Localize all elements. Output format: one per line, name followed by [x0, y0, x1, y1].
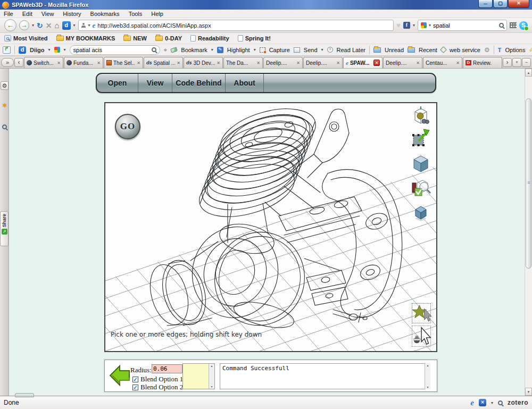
minimize-button[interactable] [478, 0, 493, 8]
new-tab-button[interactable] [512, 58, 521, 67]
scale-handle-icon[interactable] [412, 129, 431, 150]
highlight-icon[interactable] [217, 47, 223, 53]
note-scrollbar[interactable] [209, 364, 214, 389]
refresh-icon[interactable] [37, 21, 43, 30]
favorites-star-icon[interactable]: ✱ [1, 102, 9, 110]
tab-close-icon[interactable] [416, 61, 420, 65]
diigo-bookmark-button[interactable]: Bookmark [181, 47, 207, 53]
diigo-highlight-button[interactable]: Highlight [227, 47, 250, 53]
ie-status-icon[interactable] [470, 398, 474, 407]
blend-option-1-row[interactable]: Blend Option 1 [132, 375, 183, 383]
pick-edge-cursor-icon[interactable] [412, 325, 431, 347]
sidebar-collapse-button[interactable] [1, 58, 14, 67]
stop-icon[interactable] [46, 21, 52, 30]
tab-close-icon[interactable] [373, 60, 380, 66]
menu-history[interactable]: History [63, 11, 81, 17]
tab-close-icon[interactable] [296, 61, 300, 65]
maximize-button[interactable] [493, 0, 508, 8]
radius-input[interactable] [152, 364, 182, 373]
diigo-capture-button[interactable]: Capture [269, 47, 290, 53]
scroll-down-button[interactable] [525, 388, 532, 396]
search-icon[interactable] [499, 23, 504, 28]
search-input[interactable] [433, 22, 497, 29]
zotero-search-icon[interactable] [498, 400, 503, 405]
share-sidebar-button[interactable]: Share [0, 211, 9, 246]
diigo-dropdown-icon[interactable] [73, 23, 76, 28]
tab-close-icon[interactable] [97, 61, 101, 65]
diigo-send-button[interactable]: Send [304, 47, 318, 53]
tab-centau[interactable]: Centau... [423, 57, 462, 68]
share-dropdown-icon[interactable] [413, 23, 415, 28]
examine-cube-icon[interactable] [412, 106, 431, 128]
tab-switch[interactable]: Switch... [24, 57, 63, 68]
highlighter-pen-icon[interactable] [529, 46, 532, 54]
url-text[interactable]: http://web3d.spatial.com/ACISMiniApp.asp… [97, 22, 211, 29]
shaded-cube-icon[interactable] [412, 203, 431, 224]
diigo-read-later-button[interactable]: Read Later [337, 47, 365, 53]
tab-scroll-left-button[interactable] [14, 58, 23, 67]
sidebar-toggle-icon[interactable] [3, 46, 11, 54]
home-icon[interactable] [54, 21, 59, 30]
tab-close-icon[interactable] [256, 61, 260, 65]
console-scrollbar[interactable] [425, 363, 430, 389]
checkbox-checked-icon[interactable] [132, 377, 138, 382]
menu-file[interactable]: File [4, 11, 13, 17]
bookmark-folder-new[interactable]: NEW [123, 35, 147, 41]
tab-the-da[interactable]: The Da... [223, 57, 263, 68]
close-button[interactable] [508, 0, 529, 8]
share-f-icon[interactable] [403, 22, 410, 29]
zoom-search-icon[interactable] [1, 123, 9, 131]
tab-spaweb3d-active[interactable]: SPAW... [343, 57, 383, 68]
menu-edit[interactable]: Edit [22, 11, 32, 17]
scroll-up-button[interactable] [525, 69, 532, 77]
tag-icon[interactable] [440, 46, 447, 53]
sidebar-grip[interactable] [15, 393, 34, 397]
go-button[interactable]: GO [115, 114, 140, 139]
tab-deelip-2[interactable]: Deelip.... [303, 57, 343, 68]
pin-icon[interactable] [164, 46, 168, 54]
tools-wrench-icon[interactable]: ⚙ [1, 81, 9, 90]
console-output[interactable]: Command Successfull [220, 363, 430, 389]
about-menu-button[interactable]: About [226, 74, 264, 92]
zotero-label[interactable]: zotero [508, 399, 528, 406]
menu-help[interactable]: Help [151, 11, 163, 17]
forward-button[interactable] [19, 20, 29, 30]
vertical-scrollbar[interactable] [525, 69, 532, 396]
bookmark-most-visited[interactable]: Most Visited [4, 35, 48, 41]
tab-close-icon[interactable] [177, 61, 180, 65]
tab-close-icon[interactable] [456, 61, 460, 65]
gear-icon[interactable] [484, 46, 490, 54]
bookmark-folder-my-bookmarks[interactable]: MY BOOKMARKS [56, 35, 115, 41]
tab-the-sel[interactable]: The Sel... [104, 57, 143, 68]
tab-deelip-1[interactable]: Deelip.... [263, 57, 303, 68]
url-bar[interactable]: http://web3d.spatial.com/ACISMiniApp.asp… [78, 20, 394, 31]
diigo-logo-icon[interactable]: d [19, 46, 26, 54]
tab-review[interactable]: Review. [463, 57, 502, 68]
open-menu-button[interactable]: Open [97, 74, 138, 92]
tab-spatial[interactable]: Spatial ... [144, 57, 183, 68]
tab-close-icon[interactable] [217, 61, 220, 65]
view-menu-button[interactable]: View [138, 74, 172, 92]
diigo-options-button[interactable]: Options [505, 47, 525, 53]
diigo-toolbar-icon[interactable]: d [62, 21, 71, 30]
tab-close-icon[interactable] [137, 61, 140, 65]
tab-close-icon[interactable] [336, 61, 340, 65]
search-bar[interactable] [418, 20, 507, 31]
tab-funda[interactable]: Funda... [64, 57, 103, 68]
bookmark-readability[interactable]: Readability [190, 35, 229, 41]
diigo-brand[interactable]: Diigo [30, 47, 45, 53]
title-bar[interactable]: SPAWeb3D - Mozilla Firefox [0, 0, 532, 10]
options-icon[interactable] [498, 47, 502, 53]
identity-icon[interactable] [81, 23, 86, 28]
viewer-canvas[interactable]: GO Pick one or more edges; holding shift… [104, 102, 437, 352]
diigo-unread-button[interactable]: Unread [385, 47, 404, 53]
checkbox-checked-icon[interactable] [132, 385, 138, 390]
url-dropdown-icon[interactable] [88, 23, 90, 28]
diigo-engine-icon[interactable] [54, 47, 60, 53]
apps-grid-icon[interactable] [510, 22, 517, 28]
bookmark-folder-0-day[interactable]: 0-DAY [155, 35, 182, 41]
bookmark-spring-it[interactable]: Spring It! [238, 35, 271, 41]
menu-tools[interactable]: Tools [129, 11, 143, 17]
diigo-search-icon[interactable] [152, 47, 156, 52]
diigo-web-service-button[interactable]: web service [450, 47, 480, 53]
